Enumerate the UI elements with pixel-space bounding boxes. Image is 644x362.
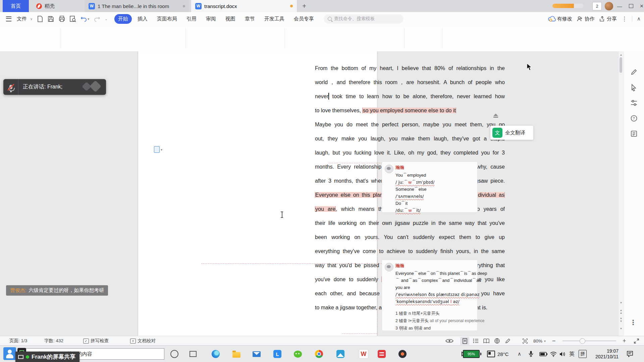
zoom-slider-track[interactable] [562, 341, 616, 341]
minimize-button[interactable]: — [615, 1, 624, 11]
zoom-out-button[interactable]: − [552, 336, 556, 346]
rail-more-icon[interactable]: ••• [632, 319, 634, 325]
document-line[interactable]: never took time to learn how to be alone… [315, 89, 505, 104]
menu-item-dev-tools[interactable]: 开发工具 [261, 14, 288, 24]
undo-button[interactable]: ▾ [81, 16, 89, 21]
sync-status[interactable]: 有修改 [548, 16, 572, 22]
document-line[interactable]: their life working on their own jigsaw p… [315, 216, 505, 230]
tab-close-dot-icon[interactable] [183, 5, 185, 7]
action-center-icon[interactable] [627, 346, 633, 362]
menu-item-references[interactable]: 引用 [183, 14, 200, 24]
zoom-level[interactable]: 80% ▾ [533, 336, 546, 346]
document-line[interactable]: out, they make you laugh, you make them … [315, 132, 505, 146]
photos-app-icon[interactable] [335, 349, 345, 359]
user-avatar[interactable] [604, 2, 613, 11]
chrome-icon[interactable] [314, 349, 324, 359]
tray-battery-icon[interactable] [539, 346, 547, 362]
wifi-icon[interactable] [550, 346, 557, 362]
meeting-speaking-overlay[interactable]: 正在讲话: Frank; [3, 79, 106, 95]
settings-sliders-icon[interactable] [631, 100, 637, 106]
tray-expand-icon[interactable]: ∧ [518, 346, 521, 362]
fullscreen-button[interactable] [632, 337, 641, 345]
zoom-slider-knob[interactable] [580, 338, 585, 344]
upgrade-count-badge[interactable]: 2 [592, 2, 602, 10]
maximize-button[interactable] [626, 1, 636, 11]
tab-document-1[interactable]: W 1 The man belie...le in this room [85, 0, 189, 12]
hamburger-icon[interactable] [6, 16, 11, 21]
document-page[interactable]: From the bottom of my heart, I believe t… [138, 51, 377, 336]
outline-view-button[interactable] [471, 337, 480, 345]
collaborate-button[interactable]: 协作 [577, 16, 595, 22]
document-line[interactable]: Maybe you do meet the perfect person, ma… [315, 118, 505, 132]
screen-share-banner[interactable]: Frank的屏幕共享 [15, 352, 79, 362]
news-weather-widget[interactable]: 28°C [487, 346, 509, 362]
member-promo-banner[interactable] [552, 4, 583, 8]
menu-item-insert[interactable]: 插入 [134, 14, 151, 24]
battery-charging-indicator[interactable]: 95% [459, 346, 481, 362]
cortana-icon[interactable] [169, 349, 179, 359]
print-icon[interactable] [59, 16, 65, 22]
edit-pen-icon[interactable] [631, 69, 637, 75]
zoom-in-button[interactable]: + [623, 336, 626, 346]
meeting-app-taskbar-icon[interactable] [3, 347, 16, 360]
comment-card-1[interactable]: 瀚瀚 You⌒employed/ juː⌒w⌒ɪmˈpbɪd/Someone⌒e… [382, 162, 478, 213]
document-line[interactable]: From the bottom of my heart, I believe t… [315, 61, 505, 75]
menu-item-home[interactable]: 开始 [114, 14, 132, 24]
menu-item-member[interactable]: 会员专享 [290, 14, 318, 24]
file-menu[interactable]: 文件 [13, 16, 30, 22]
edge-browser-icon[interactable] [211, 349, 221, 359]
menu-item-section[interactable]: 章节 [241, 14, 259, 24]
page-view-button[interactable] [460, 337, 469, 345]
file-explorer-icon[interactable] [231, 349, 241, 359]
tab-home[interactable]: 首页 [3, 0, 29, 12]
document-line[interactable]: been working on yours. You can't suddenl… [315, 230, 505, 244]
tab-docer[interactable]: 稻壳 [32, 0, 59, 12]
web-view-button[interactable] [492, 337, 501, 345]
margin-widget[interactable]: ▾ [154, 146, 162, 153]
tray-mic-icon[interactable] [529, 346, 533, 362]
next-page-icon[interactable]: ▾▾ [619, 317, 624, 322]
red-app-icon[interactable] [377, 349, 387, 359]
page-indicator[interactable]: 页面: 1/3 [9, 336, 27, 346]
l-app-icon[interactable]: L [272, 349, 282, 359]
menu-item-page-layout[interactable]: 页面布局 [153, 14, 181, 24]
new-document-icon[interactable] [37, 16, 43, 22]
scroll-down-icon[interactable]: ▾ [619, 327, 624, 330]
ime-indicator[interactable]: 拼 [579, 346, 587, 362]
tab-document-2-active[interactable]: W transcript.docx [191, 0, 297, 12]
command-search-box[interactable]: 查找命令、搜索模板 [324, 14, 404, 23]
comment-card-2[interactable]: 瀚瀚 Everyone⌒else⌒on⌒this planet⌒is⌒as de… [382, 260, 478, 331]
language-indicator[interactable]: 英 [569, 346, 575, 362]
document-line[interactable]: everything they've come to achieve to su… [315, 244, 505, 258]
clock[interactable]: 19:07 2021/10/11 [586, 346, 619, 362]
select-tool-icon[interactable] [631, 84, 637, 91]
volume-icon[interactable] [559, 346, 566, 362]
fit-page-button[interactable] [521, 337, 530, 345]
help-icon[interactable]: ? [631, 115, 637, 122]
more-options-icon[interactable]: ⋮ [622, 15, 627, 22]
quickbar-more-caret-icon[interactable]: ⌄ [105, 17, 107, 21]
ink-view-button[interactable] [503, 337, 512, 345]
proofread-toggle[interactable]: × 文档校对 [130, 336, 156, 346]
redo-icon-disabled[interactable] [94, 16, 100, 21]
recorder-app-icon[interactable] [397, 349, 408, 359]
save-icon[interactable] [48, 16, 54, 22]
reading-eye-icon[interactable] [445, 338, 453, 344]
wechat-icon[interactable] [293, 349, 303, 359]
book-view-button[interactable] [482, 337, 491, 345]
document-line[interactable]: laugh, but you fucking love it. Like, oh… [315, 146, 505, 160]
document-line[interactable]: world，and therefore this room，are horses… [315, 75, 505, 89]
menu-item-review[interactable]: 审阅 [202, 14, 220, 24]
document-line[interactable]: to love themselves, so you employed some… [315, 104, 505, 118]
previous-page-icon[interactable]: ▴▴ [619, 309, 624, 314]
spell-check-toggle[interactable]: ✓ 拼写检查 [83, 336, 109, 346]
collapse-ribbon-icon[interactable]: ∧ [637, 16, 641, 22]
vertical-scrollbar[interactable]: ▴ ▾ ▴▴ ▾▾ ▾ [618, 51, 624, 336]
new-tab-button[interactable]: + [300, 1, 309, 11]
full-text-translate-button[interactable]: 文 全文翻译 [490, 126, 533, 140]
close-button[interactable]: × [637, 1, 644, 11]
scroll-down-icon[interactable]: ▾ [619, 301, 624, 304]
print-preview-icon[interactable] [70, 16, 76, 22]
wps-writer-taskbar-icon[interactable]: W [359, 349, 369, 359]
mail-app-icon[interactable] [252, 349, 262, 359]
